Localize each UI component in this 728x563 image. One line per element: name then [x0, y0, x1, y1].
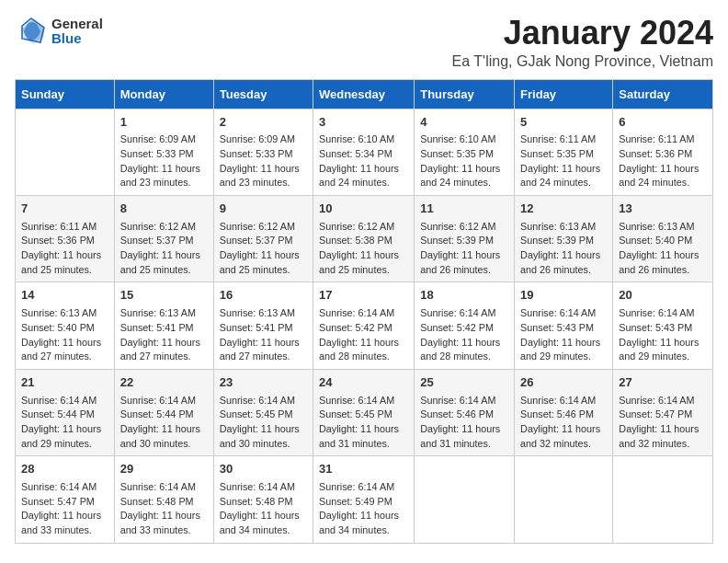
day-info: Sunrise: 6:13 AMSunset: 5:39 PMDaylight:… [520, 220, 607, 278]
day-cell: 26Sunrise: 6:14 AMSunset: 5:46 PMDayligh… [515, 369, 613, 455]
day-cell: 10Sunrise: 6:12 AMSunset: 5:38 PMDayligh… [313, 196, 414, 282]
day-number: 1 [120, 114, 208, 132]
day-number: 24 [319, 374, 408, 392]
header-day-friday: Friday [515, 79, 613, 109]
day-cell: 19Sunrise: 6:14 AMSunset: 5:43 PMDayligh… [515, 282, 613, 369]
day-cell: 21Sunrise: 6:14 AMSunset: 5:44 PMDayligh… [16, 369, 115, 455]
day-cell: 15Sunrise: 6:13 AMSunset: 5:41 PMDayligh… [114, 282, 213, 369]
day-cell: 5Sunrise: 6:11 AMSunset: 5:35 PMDaylight… [515, 109, 613, 195]
header: General Blue January 2024 Ea T'ling, GJa… [15, 15, 713, 70]
calendar-subtitle: Ea T'ling, GJak Nong Province, Vietnam [452, 53, 713, 70]
day-cell: 14Sunrise: 6:13 AMSunset: 5:40 PMDayligh… [16, 282, 115, 369]
day-cell: 7Sunrise: 6:11 AMSunset: 5:36 PMDaylight… [16, 196, 115, 282]
week-row-5: 28Sunrise: 6:14 AMSunset: 5:47 PMDayligh… [16, 456, 713, 543]
day-info: Sunrise: 6:14 AMSunset: 5:46 PMDaylight:… [520, 394, 607, 452]
day-cell: 1Sunrise: 6:09 AMSunset: 5:33 PMDaylight… [114, 109, 213, 195]
week-row-4: 21Sunrise: 6:14 AMSunset: 5:44 PMDayligh… [16, 369, 713, 455]
day-cell: 27Sunrise: 6:14 AMSunset: 5:47 PMDayligh… [613, 369, 713, 455]
day-cell: 6Sunrise: 6:11 AMSunset: 5:36 PMDaylight… [613, 109, 713, 195]
day-number: 28 [21, 461, 108, 478]
day-cell: 28Sunrise: 6:14 AMSunset: 5:47 PMDayligh… [16, 456, 115, 543]
day-info: Sunrise: 6:14 AMSunset: 5:49 PMDaylight:… [319, 480, 408, 538]
day-cell [515, 456, 613, 543]
day-number: 4 [420, 114, 508, 132]
day-number: 18 [420, 287, 508, 304]
day-number: 23 [220, 374, 307, 392]
day-info: Sunrise: 6:09 AMSunset: 5:33 PMDaylight:… [120, 132, 208, 190]
header-day-monday: Monday [114, 79, 213, 109]
day-cell: 2Sunrise: 6:09 AMSunset: 5:33 PMDaylight… [213, 109, 313, 195]
day-info: Sunrise: 6:12 AMSunset: 5:37 PMDaylight:… [120, 220, 208, 278]
calendar-table: SundayMondayTuesdayWednesdayThursdayFrid… [15, 79, 713, 544]
day-number: 10 [319, 201, 408, 218]
day-info: Sunrise: 6:11 AMSunset: 5:35 PMDaylight:… [520, 132, 607, 190]
day-number: 12 [520, 201, 607, 218]
day-cell: 16Sunrise: 6:13 AMSunset: 5:41 PMDayligh… [213, 282, 313, 369]
day-number: 29 [120, 461, 208, 478]
day-number: 20 [619, 287, 707, 304]
day-number: 25 [420, 374, 508, 392]
day-info: Sunrise: 6:14 AMSunset: 5:47 PMDaylight:… [21, 480, 108, 538]
day-cell: 13Sunrise: 6:13 AMSunset: 5:40 PMDayligh… [613, 196, 713, 282]
day-info: Sunrise: 6:09 AMSunset: 5:33 PMDaylight:… [220, 132, 307, 190]
day-info: Sunrise: 6:11 AMSunset: 5:36 PMDaylight:… [619, 132, 707, 190]
day-number: 31 [319, 461, 408, 478]
header-row: SundayMondayTuesdayWednesdayThursdayFrid… [16, 79, 713, 109]
title-block: January 2024 Ea T'ling, GJak Nong Provin… [452, 15, 713, 70]
day-info: Sunrise: 6:14 AMSunset: 5:42 PMDaylight:… [420, 306, 508, 364]
header-day-wednesday: Wednesday [313, 79, 414, 109]
day-info: Sunrise: 6:12 AMSunset: 5:37 PMDaylight:… [220, 220, 307, 278]
week-row-2: 7Sunrise: 6:11 AMSunset: 5:36 PMDaylight… [16, 196, 713, 282]
header-day-saturday: Saturday [613, 79, 713, 109]
day-number: 16 [220, 287, 307, 304]
day-number: 2 [220, 114, 307, 132]
day-number: 11 [420, 201, 508, 218]
logo: General Blue [15, 15, 103, 48]
day-info: Sunrise: 6:14 AMSunset: 5:45 PMDaylight:… [220, 394, 307, 452]
day-number: 7 [21, 201, 108, 218]
day-cell: 4Sunrise: 6:10 AMSunset: 5:35 PMDaylight… [415, 109, 515, 195]
day-info: Sunrise: 6:14 AMSunset: 5:42 PMDaylight:… [319, 306, 408, 364]
day-cell: 24Sunrise: 6:14 AMSunset: 5:45 PMDayligh… [313, 369, 414, 455]
day-cell: 9Sunrise: 6:12 AMSunset: 5:37 PMDaylight… [213, 196, 313, 282]
day-info: Sunrise: 6:14 AMSunset: 5:43 PMDaylight:… [520, 306, 607, 364]
day-info: Sunrise: 6:14 AMSunset: 5:48 PMDaylight:… [120, 480, 208, 538]
header-day-sunday: Sunday [16, 79, 115, 109]
day-number: 22 [120, 374, 208, 392]
day-cell: 20Sunrise: 6:14 AMSunset: 5:43 PMDayligh… [613, 282, 713, 369]
header-day-thursday: Thursday [415, 79, 515, 109]
calendar-title: January 2024 [452, 15, 713, 52]
day-cell [613, 456, 713, 543]
day-cell: 17Sunrise: 6:14 AMSunset: 5:42 PMDayligh… [313, 282, 414, 369]
day-number: 13 [619, 201, 707, 218]
day-number: 30 [220, 461, 307, 478]
day-number: 3 [319, 114, 408, 132]
day-cell: 12Sunrise: 6:13 AMSunset: 5:39 PMDayligh… [515, 196, 613, 282]
day-number: 27 [619, 374, 707, 392]
day-info: Sunrise: 6:13 AMSunset: 5:41 PMDaylight:… [120, 306, 208, 364]
day-cell: 18Sunrise: 6:14 AMSunset: 5:42 PMDayligh… [415, 282, 515, 369]
day-info: Sunrise: 6:13 AMSunset: 5:40 PMDaylight:… [619, 220, 707, 278]
logo-name: General Blue [51, 17, 103, 47]
day-cell [16, 109, 115, 195]
day-info: Sunrise: 6:14 AMSunset: 5:47 PMDaylight:… [619, 394, 707, 452]
day-number: 6 [619, 114, 707, 132]
day-number: 26 [520, 374, 607, 392]
day-number: 17 [319, 287, 408, 304]
day-info: Sunrise: 6:14 AMSunset: 5:44 PMDaylight:… [120, 394, 208, 452]
logo-icon [15, 15, 48, 48]
day-cell: 11Sunrise: 6:12 AMSunset: 5:39 PMDayligh… [415, 196, 515, 282]
day-info: Sunrise: 6:12 AMSunset: 5:39 PMDaylight:… [420, 220, 508, 278]
day-info: Sunrise: 6:14 AMSunset: 5:45 PMDaylight:… [319, 394, 408, 452]
day-cell: 25Sunrise: 6:14 AMSunset: 5:46 PMDayligh… [415, 369, 515, 455]
day-number: 9 [220, 201, 307, 218]
day-number: 19 [520, 287, 607, 304]
day-cell: 22Sunrise: 6:14 AMSunset: 5:44 PMDayligh… [114, 369, 213, 455]
day-cell [415, 456, 515, 543]
day-info: Sunrise: 6:13 AMSunset: 5:40 PMDaylight:… [21, 306, 108, 364]
week-row-3: 14Sunrise: 6:13 AMSunset: 5:40 PMDayligh… [16, 282, 713, 369]
day-info: Sunrise: 6:10 AMSunset: 5:35 PMDaylight:… [420, 132, 508, 190]
day-cell: 29Sunrise: 6:14 AMSunset: 5:48 PMDayligh… [114, 456, 213, 543]
day-info: Sunrise: 6:14 AMSunset: 5:46 PMDaylight:… [420, 394, 508, 452]
day-cell: 31Sunrise: 6:14 AMSunset: 5:49 PMDayligh… [313, 456, 414, 543]
